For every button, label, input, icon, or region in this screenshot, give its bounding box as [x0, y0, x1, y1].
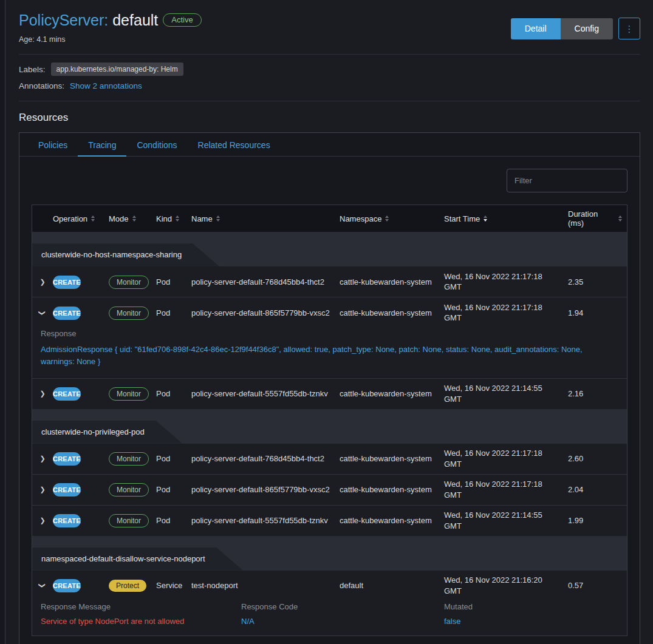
table-row: ❯ CREATE Monitor Pod policy-server-defau…: [32, 378, 627, 409]
annotations-row: Annotations: Show 2 annotations: [19, 81, 640, 90]
detail-field: Mutated false: [444, 602, 618, 626]
row-duration: 2.04: [568, 484, 627, 495]
row-kind: Pod: [156, 308, 191, 319]
field-label: Response Message: [41, 602, 241, 611]
group-title: namespaced-default-disallow-service-node…: [32, 547, 243, 571]
row-duration: 2.16: [568, 388, 627, 399]
row-start-time: Wed, 16 Nov 2022 21:14:55 GMT: [444, 383, 568, 404]
detail-field: Response Code N/A: [241, 602, 444, 626]
window-left-gutter: [0, 0, 5, 644]
row-start-time: Wed, 16 Nov 2022 21:16:20 GMT: [444, 575, 568, 596]
row-expander[interactable]: ❯: [32, 278, 53, 286]
policy-group: namespaced-default-disallow-service-node…: [32, 536, 627, 636]
column-header-duration[interactable]: Duration (ms): [568, 209, 627, 228]
mode-badge: Monitor: [109, 483, 149, 497]
operation-badge: CREATE: [53, 307, 81, 320]
divider: [19, 101, 640, 101]
row-namespace: cattle-kubewarden-system: [340, 515, 444, 526]
response-text: AdmissionResponse { uid: "61fed706-898f-…: [41, 344, 618, 368]
row-name: test-nodeport: [191, 580, 340, 591]
row-start-time: Wed, 16 Nov 2022 21:17:18 GMT: [444, 479, 568, 500]
chevron-icon: ❯: [39, 583, 47, 588]
filter-input[interactable]: [507, 169, 627, 192]
tracing-table: Operation Mode Kind Name Namespace Start…: [32, 205, 627, 636]
row-expander[interactable]: ❯: [32, 390, 53, 398]
row-name: policy-server-default-5557fd55db-tznkv: [191, 388, 340, 399]
mode-badge: Monitor: [109, 514, 149, 527]
group-header: clusterwide-no-host-namespace-sharing: [32, 232, 627, 266]
tab-tracing[interactable]: Tracing: [78, 133, 126, 157]
row-name: policy-server-default-768d45bb4-thct2: [191, 277, 340, 288]
sort-icon: [91, 215, 95, 222]
sort-icon: [618, 215, 622, 222]
field-value: N/A: [241, 617, 444, 626]
column-header-mode[interactable]: Mode: [109, 214, 156, 223]
page-title: PolicyServer: defaultActive: [19, 12, 202, 30]
header-actions: Detail Config ⋮: [511, 18, 640, 39]
row-namespace: default: [340, 580, 444, 591]
row-namespace: cattle-kubewarden-system: [340, 308, 444, 319]
masthead: PolicyServer: defaultActive Age: 4.1 min…: [19, 0, 640, 44]
group-title: clusterwide-no-privileged-pod: [32, 421, 182, 444]
detail-button[interactable]: Detail: [511, 18, 561, 39]
mode-badge: Monitor: [109, 387, 149, 401]
row-response-detail: Response AdmissionResponse { uid: "61fed…: [32, 328, 627, 378]
group-rows: ❯ CREATE Monitor Pod policy-server-defau…: [32, 266, 627, 408]
row-duration: 1.94: [568, 308, 627, 319]
mode-badge: Monitor: [109, 307, 149, 320]
labels-label: Labels:: [19, 65, 46, 74]
group-rows: ❯ CREATE Protect Service test-nodeport d…: [32, 571, 627, 636]
resource-name: default: [112, 12, 158, 29]
row-duration: 1.99: [568, 515, 627, 526]
row-expander[interactable]: ❯: [32, 517, 53, 524]
chevron-icon: ❯: [39, 517, 45, 524]
tab-conditions[interactable]: Conditions: [126, 133, 187, 157]
tab-policies[interactable]: Policies: [28, 133, 78, 157]
row-start-time: Wed, 16 Nov 2022 21:14:55 GMT: [444, 510, 568, 531]
row-expander[interactable]: ❯: [32, 455, 53, 463]
row-kind: Pod: [156, 453, 191, 464]
sort-icon: [176, 215, 179, 222]
row-start-time: Wed, 16 Nov 2022 21:17:18 GMT: [444, 448, 568, 469]
table-row: ❯ CREATE Monitor Pod policy-server-defau…: [32, 505, 627, 536]
annotations-label: Annotations:: [19, 81, 64, 90]
response-label: Response: [41, 329, 618, 338]
column-header-kind[interactable]: Kind: [156, 214, 191, 223]
row-name: policy-server-default-5557fd55db-tznkv: [191, 515, 340, 526]
column-header-start-time[interactable]: Start Time: [444, 214, 568, 223]
group-title: clusterwide-no-host-namespace-sharing: [32, 243, 219, 266]
field-value: Service of type NodePort are not allowed: [41, 617, 241, 626]
mode-badge: Protect: [109, 580, 146, 592]
row-expander[interactable]: ❯: [32, 309, 53, 317]
mode-badge: Monitor: [109, 276, 149, 289]
operation-badge: CREATE: [53, 483, 81, 497]
column-header-name[interactable]: Name: [191, 214, 340, 223]
config-button[interactable]: Config: [561, 18, 613, 39]
operation-badge: CREATE: [53, 514, 81, 527]
operation-badge: CREATE: [53, 579, 81, 592]
table-row: ❯ CREATE Monitor Pod policy-server-defau…: [32, 474, 627, 505]
chevron-icon: ❯: [39, 486, 45, 493]
kebab-icon: ⋮: [625, 24, 634, 34]
column-header-operation[interactable]: Operation: [53, 214, 109, 223]
show-annotations-link[interactable]: Show 2 annotations: [70, 81, 142, 90]
tab-related-resources[interactable]: Related Resources: [188, 133, 281, 157]
labels-row: Labels: app.kubernetes.io/managed-by: He…: [19, 63, 640, 76]
row-expander[interactable]: ❯: [32, 581, 53, 589]
row-start-time: Wed, 16 Nov 2022 21:17:18 GMT: [444, 271, 568, 293]
chevron-icon: ❯: [39, 278, 45, 286]
row-expander[interactable]: ❯: [32, 486, 53, 493]
column-header-namespace[interactable]: Namespace: [340, 214, 444, 223]
sort-icon: [385, 215, 389, 222]
kebab-menu-button[interactable]: ⋮: [618, 18, 640, 39]
row-namespace: cattle-kubewarden-system: [340, 453, 444, 464]
sort-icon: [484, 215, 487, 222]
mode-badge: Monitor: [109, 452, 149, 466]
row-duration: 0.57: [568, 580, 627, 591]
sort-icon: [132, 215, 136, 222]
group-rows: ❯ CREATE Monitor Pod policy-server-defau…: [32, 444, 627, 536]
tracing-pane-body: Operation Mode Kind Name Namespace Start…: [19, 157, 640, 644]
row-name: policy-server-default-865f5779bb-vxsc2: [191, 484, 340, 495]
field-label: Mutated: [444, 602, 618, 611]
resource-kind: PolicyServer:: [19, 12, 108, 29]
